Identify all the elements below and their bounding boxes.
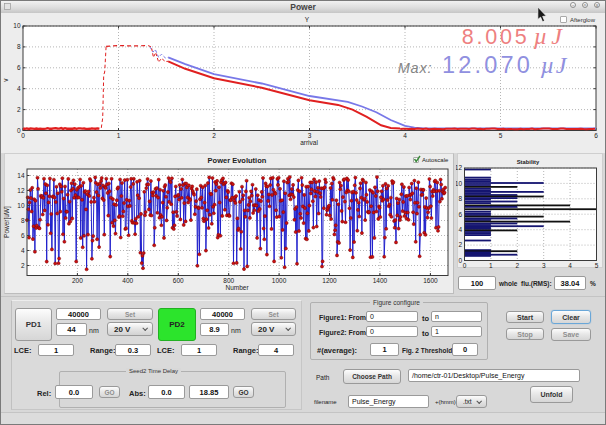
svg-text:8: 8 bbox=[458, 195, 462, 202]
svg-text:12: 12 bbox=[17, 187, 25, 194]
svg-text:4: 4 bbox=[458, 226, 462, 233]
svg-text:4: 4 bbox=[17, 85, 21, 92]
svg-text:2: 2 bbox=[515, 262, 519, 269]
svg-text:6: 6 bbox=[458, 211, 462, 218]
svg-text:arrival: arrival bbox=[300, 139, 318, 146]
svg-text:800: 800 bbox=[223, 277, 234, 284]
svg-text:14: 14 bbox=[17, 172, 25, 179]
svg-text:600: 600 bbox=[173, 277, 184, 284]
svg-text:10: 10 bbox=[456, 180, 462, 187]
svg-text:0: 0 bbox=[21, 132, 25, 139]
svg-text:3: 3 bbox=[542, 262, 546, 269]
svg-text:2: 2 bbox=[17, 106, 21, 113]
svg-text:200: 200 bbox=[72, 277, 83, 284]
svg-text:1200: 1200 bbox=[322, 277, 337, 284]
svg-text:12: 12 bbox=[456, 164, 462, 171]
svg-text:0: 0 bbox=[463, 262, 467, 269]
svg-text:2: 2 bbox=[21, 262, 25, 269]
svg-text:1: 1 bbox=[489, 262, 493, 269]
svg-text:5: 5 bbox=[595, 262, 599, 269]
svg-text:400: 400 bbox=[122, 277, 133, 284]
svg-text:0: 0 bbox=[17, 127, 21, 134]
svg-text:3: 3 bbox=[308, 132, 312, 139]
svg-text:1400: 1400 bbox=[373, 277, 388, 284]
svg-text:Number: Number bbox=[225, 284, 249, 291]
svg-text:10: 10 bbox=[17, 202, 25, 209]
svg-text:5: 5 bbox=[499, 132, 503, 139]
svg-text:8: 8 bbox=[21, 217, 25, 224]
svg-text:4: 4 bbox=[403, 132, 407, 139]
svg-text:6: 6 bbox=[594, 132, 598, 139]
svg-text:Y: Y bbox=[305, 16, 310, 23]
svg-text:6: 6 bbox=[21, 232, 25, 239]
svg-text:1: 1 bbox=[117, 132, 121, 139]
svg-text:1600: 1600 bbox=[423, 277, 438, 284]
svg-text:1000: 1000 bbox=[272, 277, 287, 284]
svg-text:2: 2 bbox=[458, 241, 462, 248]
svg-text:2: 2 bbox=[212, 132, 216, 139]
svg-text:Power[uW]: Power[uW] bbox=[3, 206, 11, 238]
svg-text:4: 4 bbox=[21, 247, 25, 254]
svg-text:Power Evolution: Power Evolution bbox=[208, 156, 267, 165]
svg-text:Stability: Stability bbox=[517, 159, 540, 165]
svg-text:0: 0 bbox=[458, 257, 462, 264]
svg-text:4: 4 bbox=[568, 262, 572, 269]
